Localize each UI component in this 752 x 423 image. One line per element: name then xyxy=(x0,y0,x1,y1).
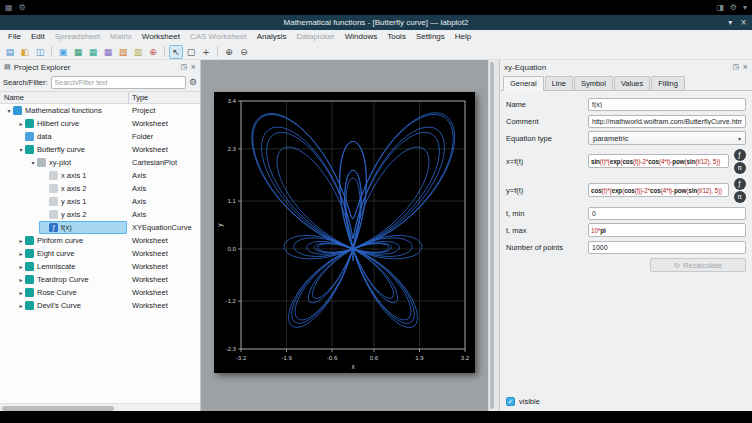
scrollbar-thumb[interactable] xyxy=(2,406,114,411)
insert-constant-button[interactable]: π xyxy=(734,162,746,174)
float-dock-icon[interactable]: ◳ xyxy=(181,63,188,71)
close-button[interactable]: × xyxy=(740,18,747,27)
tray-collapse-icon[interactable]: ▾ xyxy=(743,0,747,15)
menu-datapicker[interactable]: Datapicker xyxy=(292,30,340,44)
new-project-button[interactable]: ▤ xyxy=(3,45,17,59)
tree-row-lemniscate[interactable]: ▸LemniscateWorksheet xyxy=(0,260,200,273)
project-explorer-header[interactable]: ▤ Project Explorer ◳ × xyxy=(0,60,200,74)
save-project-button[interactable]: ◫ xyxy=(33,45,47,59)
menu-edit[interactable]: Edit xyxy=(26,30,50,44)
expander-icon[interactable]: ▸ xyxy=(17,234,25,247)
tab-filling[interactable]: Filling xyxy=(651,76,685,90)
tree-row-y-axis-1[interactable]: y axis 1Axis xyxy=(0,195,200,208)
menu-matrix[interactable]: Matrix xyxy=(105,30,137,44)
import-data-button[interactable]: ⊕ xyxy=(146,45,160,59)
menu-analysis[interactable]: Analysis xyxy=(252,30,292,44)
menu-help[interactable]: Help xyxy=(450,30,476,44)
tree-row-rose-curve[interactable]: ▸Rose CurveWorksheet xyxy=(0,286,200,299)
t-min-input[interactable] xyxy=(588,207,746,220)
tray-display-icon[interactable]: ◨ xyxy=(716,0,724,15)
tray-settings-icon[interactable]: ⚙ xyxy=(730,0,737,15)
new-worksheet-button[interactable]: ▧ xyxy=(116,45,130,59)
tree-row-mathematical-functions[interactable]: ▾Mathematical functionsProject xyxy=(0,104,200,117)
menu-settings[interactable]: Settings xyxy=(411,30,450,44)
menu-cas-worksheet[interactable]: CAS Worksheet xyxy=(185,30,252,44)
navigate-mode-button[interactable]: + xyxy=(199,45,213,59)
expander-icon[interactable]: ▸ xyxy=(17,260,25,273)
panel-app-icon[interactable]: ▦ xyxy=(5,0,13,15)
expander-icon[interactable]: ▸ xyxy=(17,299,25,312)
tab-line[interactable]: Line xyxy=(545,76,573,90)
new-workbook-button[interactable]: ▦ xyxy=(71,45,85,59)
tab-symbol[interactable]: Symbol xyxy=(574,76,613,90)
expander-icon[interactable]: ▾ xyxy=(5,104,13,117)
new-matrix-button[interactable]: ▦ xyxy=(101,45,115,59)
zoom-out-button[interactable]: ⊖ xyxy=(237,45,251,59)
tree-row-devil-s-curve[interactable]: ▸Devil's CurveWorksheet xyxy=(0,299,200,312)
expander-icon[interactable]: ▸ xyxy=(17,286,25,299)
number-of-points-input[interactable] xyxy=(588,241,746,254)
new-folder-button[interactable]: ▣ xyxy=(56,45,70,59)
equation-type-dropdown[interactable]: parametric ▾ xyxy=(588,131,746,145)
menu-windows[interactable]: Windows xyxy=(340,30,382,44)
tree-row-xy-plot[interactable]: ▾xy-plotCartesianPlot xyxy=(0,156,200,169)
tree-row-x-axis-2[interactable]: x axis 2Axis xyxy=(0,182,200,195)
recalculate-button[interactable]: ↻ Recalculate xyxy=(650,258,746,272)
close-dock-icon[interactable]: × xyxy=(190,63,196,71)
tab-values[interactable]: Values xyxy=(614,76,650,90)
worksheet-view[interactable]: -3.2-1.9-0.60.61.93.23.42.31.10.0-1.2-2.… xyxy=(201,60,495,411)
select-mode-button[interactable]: ↖ xyxy=(169,45,183,59)
filter-options-icon[interactable]: ⚙ xyxy=(189,76,197,89)
new-spreadsheet-button[interactable]: ▦ xyxy=(86,45,100,59)
expander-icon[interactable]: ▸ xyxy=(17,247,25,260)
menu-tools[interactable]: Tools xyxy=(382,30,411,44)
menu-spreadsheet[interactable]: Spreadsheet xyxy=(50,30,105,44)
horizontal-scrollbar[interactable] xyxy=(0,403,200,411)
tree-row-f-x-[interactable]: ƒf(x)XYEquationCurve xyxy=(0,221,200,234)
tree-row-teardrop-curve[interactable]: ▸Teardrop CurveWorksheet xyxy=(0,273,200,286)
t-max-field[interactable]: 10*pi xyxy=(588,223,746,237)
tree-row-butterfly-curve[interactable]: ▾Butterfly curveWorksheet xyxy=(0,143,200,156)
search-filter-input[interactable] xyxy=(51,76,186,89)
expander-icon[interactable]: ▸ xyxy=(17,273,25,286)
comment-input[interactable] xyxy=(588,115,746,128)
zoom-select-mode-button[interactable]: ▢ xyxy=(184,45,198,59)
worksheet-vertical-scrollbar[interactable] xyxy=(488,60,495,411)
close-dock-icon[interactable]: × xyxy=(742,63,748,71)
expander-icon[interactable]: ▾ xyxy=(17,143,25,156)
panel-tools-icon[interactable]: ⚙ xyxy=(19,0,26,15)
svg-text:3.4: 3.4 xyxy=(227,97,236,104)
tree-row-hilbert-curve[interactable]: ▸Hilbert curveWorksheet xyxy=(0,117,200,130)
title-bar[interactable]: Mathematical functions - [Butterfly curv… xyxy=(0,15,752,30)
tree-row-piriform-curve[interactable]: ▸Piriform curveWorksheet xyxy=(0,234,200,247)
visible-checkbox[interactable]: ✓ xyxy=(506,397,515,406)
scrollbar-thumb[interactable] xyxy=(490,62,494,409)
open-project-button[interactable]: ◧ xyxy=(18,45,32,59)
insert-function-button[interactable]: ƒ xyxy=(734,149,746,161)
y-formula-field[interactable]: cos(t)*(exp(cos(t))-2*cos(4*t)-pow(sin(t… xyxy=(588,183,729,197)
zoom-in-button[interactable]: ⊕ xyxy=(222,45,236,59)
tree-row-y-axis-2[interactable]: y axis 2Axis xyxy=(0,208,200,221)
xy-equation-header[interactable]: xy-Equation ◳ × xyxy=(500,60,752,74)
tree-row-x-axis-1[interactable]: x axis 1Axis xyxy=(0,169,200,182)
tree-row-eight-curve[interactable]: ▸Eight curveWorksheet xyxy=(0,247,200,260)
axis-icon xyxy=(49,210,58,219)
minimize-button[interactable]: ▾ xyxy=(728,18,732,27)
tree-row-data[interactable]: dataFolder xyxy=(0,130,200,143)
menu-worksheet[interactable]: Worksheet xyxy=(137,30,185,44)
x-equation-label: x=f(t) xyxy=(506,157,584,166)
insert-function-button[interactable]: ƒ xyxy=(734,178,746,190)
float-dock-icon[interactable]: ◳ xyxy=(733,63,740,71)
name-input[interactable] xyxy=(588,98,746,111)
insert-constant-button[interactable]: π xyxy=(734,191,746,203)
column-header-name[interactable]: Name xyxy=(0,92,129,104)
expander-icon[interactable]: ▾ xyxy=(29,156,37,169)
expander-icon[interactable]: ▸ xyxy=(17,117,25,130)
new-note-button[interactable]: ▥ xyxy=(131,45,145,59)
svg-text:-3.2: -3.2 xyxy=(236,354,247,361)
x-formula-field[interactable]: sin(t)*(exp(cos(t))-2*cos(4*t)-pow(sin(t… xyxy=(588,154,729,168)
column-header-type[interactable]: Type xyxy=(129,92,200,104)
menu-file[interactable]: File xyxy=(3,30,26,44)
tab-general[interactable]: General xyxy=(503,76,544,91)
butterfly-plot[interactable]: -3.2-1.9-0.60.61.93.23.42.31.10.0-1.2-2.… xyxy=(214,92,475,373)
